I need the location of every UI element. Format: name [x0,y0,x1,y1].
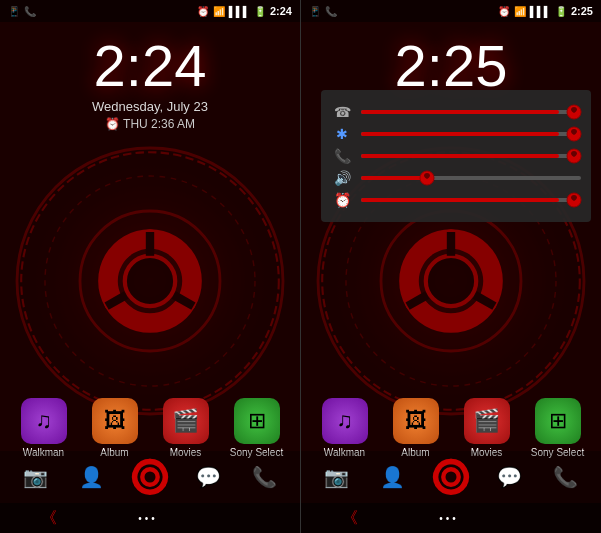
svg-point-10 [143,470,156,483]
app-movies-left[interactable]: 🎬 Movies [156,398,216,458]
status-left-right: 📱 📞 [309,6,337,17]
app-walkman-right[interactable]: ♫ Walkman [315,398,375,458]
call-fill [361,154,559,158]
album-icon-right[interactable]: 🖼 [393,398,439,444]
sim-icon-r: 📱 [309,6,321,17]
ringtone-icon: ☎ [331,104,353,120]
left-phone-panel: 📱 📞 ⏰ 📶 ▌▌▌ 🔋 2:24 2:24 Wednesday, July … [0,0,300,533]
alarm-thumb [566,192,582,208]
signal-icon: ▌▌▌ [229,6,250,17]
back-button-left[interactable]: 《 [41,508,57,529]
sim-icon: 📱 [8,6,20,17]
battery-icon: 🔋 [254,6,266,17]
ringtone-track[interactable] [361,110,581,114]
volume-thumb [419,170,435,186]
alarm-track[interactable] [361,198,581,202]
main-clock-left: 2:24 [0,37,300,95]
bluetooth-thumb [566,126,582,142]
svg-point-4 [125,255,175,305]
app-movies-right[interactable]: 🎬 Movies [457,398,517,458]
alarm-slider-row: ⏰ [331,192,581,208]
dock-phone[interactable]: 📞 [245,458,283,496]
ringtone-slider-row: ☎ [331,104,581,120]
volume-fill [361,176,427,180]
status-right-right: ⏰ 📶 ▌▌▌ 🔋 2:25 [498,5,593,17]
alarm-icon: ⏰ [105,117,120,131]
back-button-right[interactable]: 《 [342,508,358,529]
movies-icon-left[interactable]: 🎬 [163,398,209,444]
dock-left: 📷 👤 💬 📞 [0,451,300,503]
app-sony-left[interactable]: ⊞ Sony Select [227,398,287,458]
alarm-left: ⏰ THU 2:36 AM [0,117,300,131]
app-sony-right[interactable]: ⊞ Sony Select [528,398,588,458]
call-slider-row: 📞 [331,148,581,164]
dock-right: 📷 👤 💬 📞 [301,451,601,503]
volume-track[interactable] [361,176,581,180]
walkman-icon-right[interactable]: ♫ [322,398,368,444]
svg-point-26 [444,470,457,483]
album-icon-left[interactable]: 🖼 [92,398,138,444]
dock-messages-r[interactable]: 💬 [491,458,529,496]
alarm-fill [361,198,559,202]
bluetooth-icon: ✱ [331,126,353,142]
app-walkman-left[interactable]: ♫ Walkman [14,398,74,458]
date-left: Wednesday, July 23 [0,99,300,114]
walkman-icon-left[interactable]: ♫ [21,398,67,444]
app-album-right[interactable]: 🖼 Album [386,398,446,458]
status-left: 📱 📞 [8,6,36,17]
call-icon: 📞 [331,148,353,164]
sony-icon-right[interactable]: ⊞ [535,398,581,444]
dock-contacts[interactable]: 👤 [72,458,110,496]
sony-icon-left[interactable]: ⊞ [234,398,280,444]
wifi-icon-r: 📶 [514,6,526,17]
bluetooth-slider-row: ✱ [331,126,581,142]
home-dots-right[interactable]: ••• [439,513,459,524]
dock-bio[interactable] [128,455,172,499]
app-row-right: ♫ Walkman 🖼 Album 🎬 Movies ⊞ Sony Select [301,398,601,458]
dock-camera-r[interactable]: 📷 [318,458,356,496]
svg-point-15 [426,255,476,305]
movies-icon-right[interactable]: 🎬 [464,398,510,444]
status-time-left: 2:24 [270,5,292,17]
signal-icon-r: ▌▌▌ [530,6,551,17]
volume-slider-row: 🔊 [331,170,581,186]
call-track[interactable] [361,154,581,158]
dock-bio-r[interactable] [429,455,473,499]
slider-panel: ☎ ✱ 📞 [321,90,591,222]
phone-icon-r: 📞 [325,6,337,17]
bluetooth-track[interactable] [361,132,581,136]
status-bar-left: 📱 📞 ⏰ 📶 ▌▌▌ 🔋 2:24 [0,0,300,22]
wifi-icon: 📶 [213,6,225,17]
volume-icon: 🔊 [331,170,353,186]
ringtone-thumb [566,104,582,120]
clock-area-left: 2:24 Wednesday, July 23 ⏰ THU 2:36 AM [0,22,300,136]
status-time-right: 2:25 [571,5,593,17]
dock-camera[interactable]: 📷 [17,458,55,496]
alarm-status-icon-r: ⏰ [498,6,510,17]
alarm-status-icon: ⏰ [197,6,209,17]
call-thumb [566,148,582,164]
app-row-left: ♫ Walkman 🖼 Album 🎬 Movies ⊞ Sony Select [0,398,300,458]
dock-messages[interactable]: 💬 [190,458,228,496]
status-bar-right: 📱 📞 ⏰ 📶 ▌▌▌ 🔋 2:25 [301,0,601,22]
ringtone-fill [361,110,559,114]
right-phone-panel: 📱 📞 ⏰ 📶 ▌▌▌ 🔋 2:25 2:25 ☎ ✱ [300,0,601,533]
home-dots-left[interactable]: ••• [138,513,158,524]
phone-icon: 📞 [24,6,36,17]
main-clock-right: 2:25 [301,37,601,95]
alarm-slider-icon: ⏰ [331,192,353,208]
clock-area-right: 2:25 [301,22,601,100]
dock-contacts-r[interactable]: 👤 [373,458,411,496]
status-right: ⏰ 📶 ▌▌▌ 🔋 2:24 [197,5,292,17]
dock-phone-r[interactable]: 📞 [546,458,584,496]
nav-bar-left: 《 ••• [0,503,300,533]
bluetooth-fill [361,132,559,136]
app-album-left[interactable]: 🖼 Album [85,398,145,458]
battery-icon-r: 🔋 [555,6,567,17]
nav-bar-right: 《 ••• [301,503,601,533]
